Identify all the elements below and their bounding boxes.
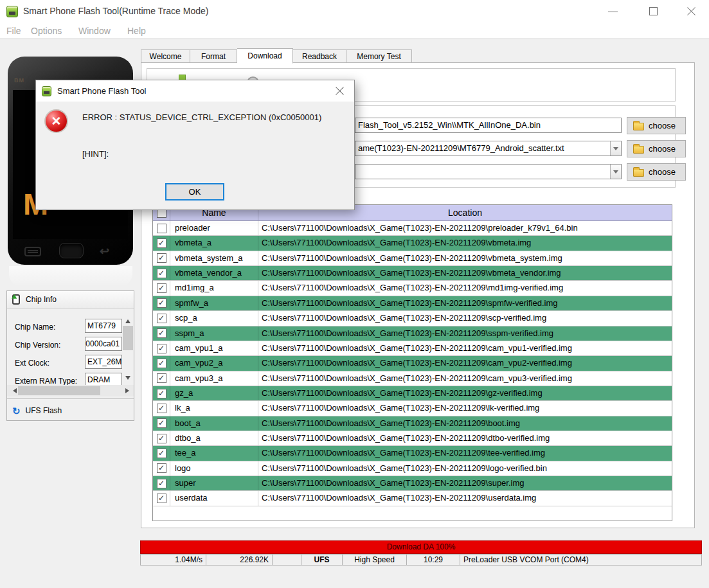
menu-file[interactable]: File [6, 23, 21, 39]
row-checkbox[interactable]: ✓ [157, 314, 166, 323]
row-checkbox[interactable]: ✓ [157, 494, 166, 503]
close-icon[interactable] [687, 6, 696, 16]
menu-options[interactable]: Options [31, 23, 62, 39]
menu-help[interactable]: Help [127, 23, 146, 39]
row-checkbox[interactable] [157, 224, 166, 233]
row-checkbox[interactable]: ✓ [157, 418, 166, 428]
ext-clock-label: Ext Clock: [15, 359, 49, 368]
auth-file-combobox[interactable] [355, 164, 622, 179]
scatter-file-choose-button[interactable]: choose [627, 140, 686, 157]
partition-name-cell: spmfw_a [170, 296, 258, 310]
scatter-file-combobox[interactable]: ame(T1023)-EN-20211209\MT6779_Android_sc… [355, 141, 622, 156]
tab-download[interactable]: Download [237, 48, 293, 64]
window-title: Smart Phone Flash Tool(Runtime Trace Mod… [23, 6, 208, 16]
partition-location-cell: C:\Users\771100\Downloads\X_Game(T1023)-… [258, 416, 672, 431]
dialog-app-icon [42, 86, 51, 96]
vertical-scroll-thumb[interactable] [123, 326, 133, 350]
partition-row[interactable]: ✓ md1img_a C:\Users\771100\Downloads\X_G… [153, 281, 672, 296]
auth-file-choose-button[interactable]: choose [627, 163, 686, 181]
partition-row[interactable]: ✓ userdata C:\Users\771100\Downloads\X_G… [153, 491, 672, 506]
dialog-close-icon[interactable] [335, 86, 345, 96]
menu-bar: File Options Window Help [0, 23, 709, 39]
download-agent-input[interactable]: Flash_Tool_v5.2152_Win\\MTK_AllInOne_DA.… [355, 118, 622, 133]
row-checkbox[interactable]: ✓ [157, 434, 166, 443]
row-checkbox[interactable]: ✓ [157, 449, 166, 458]
menu-window[interactable]: Window [78, 23, 111, 39]
partition-row[interactable]: ✓ dtbo_a C:\Users\771100\Downloads\X_Gam… [153, 431, 672, 446]
partition-name-cell: lk_a [170, 401, 258, 415]
partition-location-cell: C:\Users\771100\Downloads\X_Game(T1023)-… [258, 356, 672, 370]
tab-memory-test[interactable]: Memory Test [346, 49, 412, 63]
status-elapsed-time: 10:29 [407, 555, 460, 565]
minimize-icon[interactable] [608, 12, 618, 12]
phone-back-button-icon: ↩ [100, 244, 109, 258]
partition-name-cell: sspm_a [170, 326, 258, 341]
partition-row[interactable]: ✓ scp_a C:\Users\771100\Downloads\X_Game… [153, 311, 672, 326]
status-usb-speed: High Speed [343, 555, 407, 565]
partition-row[interactable]: ✓ spmfw_a C:\Users\771100\Downloads\X_Ga… [153, 296, 672, 311]
partition-location-cell: C:\Users\771100\Downloads\X_Game(T1023)-… [258, 461, 672, 476]
download-agent-choose-button[interactable]: choose [627, 117, 686, 134]
row-checkbox[interactable]: ✓ [157, 298, 166, 308]
partition-row[interactable]: ✓ tee_a C:\Users\771100\Downloads\X_Game… [153, 446, 672, 461]
row-checkbox[interactable]: ✓ [157, 373, 166, 383]
tab-readback[interactable]: Readback [293, 49, 346, 63]
partition-name-cell: dtbo_a [170, 431, 258, 445]
scroll-right-icon[interactable] [125, 388, 132, 393]
partition-row[interactable]: ✓ lk_a C:\Users\771100\Downloads\X_Game(… [153, 401, 672, 416]
partition-name-cell: vbmeta_system_a [170, 251, 258, 265]
phone-brand-text: BM [14, 77, 24, 84]
row-checkbox[interactable]: ✓ [157, 359, 166, 368]
partition-row[interactable]: ✓ super C:\Users\771100\Downloads\X_Game… [153, 476, 672, 491]
partition-row[interactable]: preloader C:\Users\771100\Downloads\X_Ga… [153, 221, 672, 236]
scroll-down-icon[interactable] [125, 376, 130, 382]
folder-icon [633, 169, 644, 177]
ram-type-label: Extern RAM Type: [15, 377, 77, 386]
error-hint: [HINT]: [82, 149, 109, 159]
choose-button-label: choose [649, 167, 676, 177]
partition-name-cell: preloader [170, 221, 258, 235]
partition-table-body: preloader C:\Users\771100\Downloads\X_Ga… [153, 221, 672, 506]
chip-info-vertical-scrollbar[interactable] [123, 314, 133, 384]
tab-welcome[interactable]: Welcome [141, 49, 190, 63]
partition-name-cell: tee_a [170, 446, 258, 460]
row-checkbox[interactable]: ✓ [157, 344, 166, 353]
phone-menu-button-icon [24, 247, 41, 256]
row-checkbox[interactable]: ✓ [157, 404, 166, 413]
row-checkbox[interactable]: ✓ [157, 253, 166, 263]
ok-button[interactable]: OK [165, 183, 224, 200]
partition-row[interactable]: ✓ sspm_a C:\Users\771100\Downloads\X_Gam… [153, 326, 672, 341]
row-checkbox[interactable]: ✓ [157, 328, 166, 338]
row-checkbox[interactable]: ✓ [157, 479, 166, 488]
row-checkbox-cell: ✓ [153, 371, 170, 386]
horizontal-scroll-thumb[interactable] [18, 386, 100, 395]
status-com-port: PreLoader USB VCOM Port (COM4) [460, 555, 701, 565]
partition-row[interactable]: ✓ vbmeta_system_a C:\Users\771100\Downlo… [153, 251, 672, 266]
partition-row[interactable]: ✓ vbmeta_a C:\Users\771100\Downloads\X_G… [153, 236, 672, 251]
tab-format[interactable]: Format [190, 49, 237, 63]
scatter-dropdown-icon[interactable] [610, 141, 621, 156]
row-checkbox[interactable]: ✓ [157, 389, 166, 398]
chip-info-horizontal-scrollbar[interactable] [7, 385, 134, 396]
row-checkbox[interactable]: ✓ [157, 269, 166, 278]
auth-dropdown-icon[interactable] [610, 165, 621, 179]
partition-location-cell: C:\Users\771100\Downloads\X_Game(T1023)-… [258, 236, 672, 250]
partition-row[interactable]: ✓ gz_a C:\Users\771100\Downloads\X_Game(… [153, 386, 672, 401]
partition-row[interactable]: ✓ vbmeta_vendor_a C:\Users\771100\Downlo… [153, 266, 672, 281]
scroll-left-icon[interactable] [10, 388, 17, 393]
partition-location-cell: C:\Users\771100\Downloads\X_Game(T1023)-… [258, 431, 672, 445]
partition-row[interactable]: ✓ cam_vpu1_a C:\Users\771100\Downloads\X… [153, 341, 672, 356]
partition-row[interactable]: ✓ logo C:\Users\771100\Downloads\X_Game(… [153, 461, 672, 476]
status-speed: 1.04M/s [141, 555, 206, 565]
scroll-up-icon[interactable] [125, 317, 130, 323]
row-checkbox[interactable]: ✓ [157, 238, 166, 248]
partition-row[interactable]: ✓ boot_a C:\Users\771100\Downloads\X_Gam… [153, 416, 672, 431]
partition-name-cell: userdata [170, 491, 258, 505]
partition-row[interactable]: ✓ cam_vpu2_a C:\Users\771100\Downloads\X… [153, 356, 672, 371]
error-dialog: Smart Phone Flash Tool ✕ ERROR : STATUS_… [35, 80, 355, 210]
row-checkbox[interactable]: ✓ [157, 463, 166, 473]
maximize-icon[interactable] [649, 7, 658, 15]
partition-name-cell: super [170, 476, 258, 490]
partition-row[interactable]: ✓ cam_vpu3_a C:\Users\771100\Downloads\X… [153, 371, 672, 386]
row-checkbox[interactable]: ✓ [157, 283, 166, 293]
